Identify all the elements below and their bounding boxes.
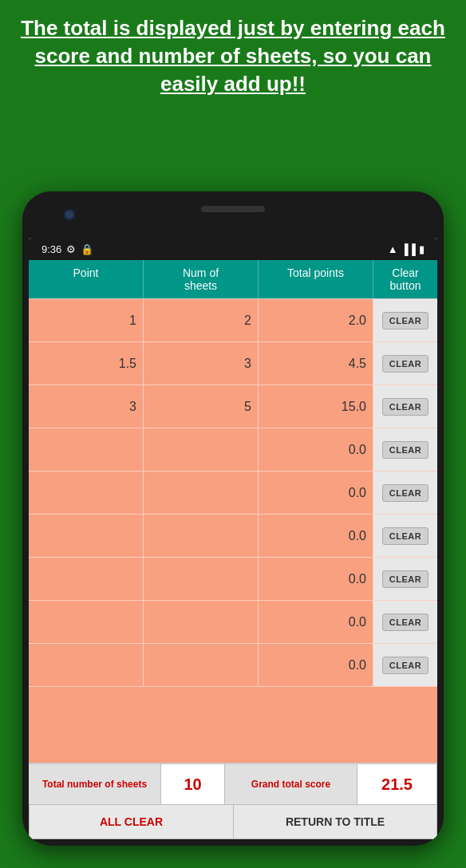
cell-total-6: 0.0 [259, 515, 373, 557]
battery-icon: ▮ [419, 243, 425, 255]
header-point: Point [29, 260, 144, 298]
table-row: 1.5 3 4.5 CLEAR [29, 342, 437, 385]
table-row: 0.0 CLEAR [29, 644, 437, 687]
cell-total-8: 0.0 [259, 601, 373, 643]
lock-icon: 🔒 [81, 243, 93, 255]
clear-button-9[interactable]: CLEAR [382, 657, 428, 674]
cell-point-8[interactable] [29, 601, 144, 643]
cell-clear-2[interactable]: CLEAR [373, 342, 437, 385]
wifi-icon: ▲ [388, 243, 398, 255]
cell-sheets-6[interactable] [144, 515, 259, 557]
time-display: 9:36 [41, 243, 61, 255]
clear-button-7[interactable]: CLEAR [382, 570, 428, 588]
phone-device: 9:36 ⚙ 🔒 ▲ ▐▐ ▮ Point Num ofsheets Total… [22, 191, 444, 846]
header-total-points: Total points [259, 260, 373, 298]
header-num-sheets: Num ofsheets [144, 260, 259, 298]
clear-button-8[interactable]: CLEAR [382, 614, 428, 631]
cell-clear-5[interactable]: CLEAR [373, 471, 437, 514]
status-bar: 9:36 ⚙ 🔒 ▲ ▐▐ ▮ [29, 238, 437, 260]
all-clear-button[interactable]: ALL CLEAR [29, 804, 233, 839]
table-row: 0.0 CLEAR [29, 601, 437, 644]
clear-button-4[interactable]: CLEAR [382, 441, 428, 459]
speaker [201, 206, 265, 212]
status-right: ▲ ▐▐ ▮ [388, 243, 425, 255]
total-sheets-value: 10 [161, 764, 225, 804]
page-header: The total is displayed just by entering … [0, 0, 466, 108]
clear-button-6[interactable]: CLEAR [382, 527, 428, 545]
cell-clear-4[interactable]: CLEAR [373, 428, 437, 471]
table-row: 0.0 CLEAR [29, 558, 437, 601]
bottom-buttons: ALL CLEAR RETURN TO TITLE [29, 804, 437, 839]
cell-point-6[interactable] [29, 515, 144, 557]
table-body: 1 2 2.0 CLEAR 1.5 3 4.5 CLEAR 3 5 15 [29, 299, 437, 763]
table-header: Point Num ofsheets Total points Clearbut… [29, 260, 437, 299]
grand-total-label: Grand total score [225, 764, 357, 804]
header-clear-button: Clearbutton [373, 260, 437, 298]
signal-icon: ▐▐ [401, 243, 416, 255]
table-row: 1 2 2.0 CLEAR [29, 299, 437, 342]
phone-screen: 9:36 ⚙ 🔒 ▲ ▐▐ ▮ Point Num ofsheets Total… [29, 238, 437, 839]
cell-total-2: 4.5 [259, 342, 373, 385]
cell-clear-3[interactable]: CLEAR [373, 385, 437, 428]
cell-total-5: 0.0 [259, 471, 373, 514]
cell-sheets-9[interactable] [144, 644, 259, 686]
cell-sheets-8[interactable] [144, 601, 259, 643]
cell-total-1: 2.0 [259, 299, 373, 341]
cell-point-7[interactable] [29, 558, 144, 600]
table-row: 0.0 CLEAR [29, 515, 437, 558]
table-row: 0.0 CLEAR [29, 428, 437, 471]
cell-sheets-2[interactable]: 3 [144, 342, 259, 385]
cell-clear-6[interactable]: CLEAR [373, 515, 437, 557]
table-row: 0.0 CLEAR [29, 471, 437, 515]
grand-total-value: 21.5 [357, 764, 437, 804]
cell-point-2[interactable]: 1.5 [29, 342, 144, 385]
cell-total-9: 0.0 [259, 644, 373, 686]
phone-notch [22, 191, 444, 238]
cell-total-4: 0.0 [259, 428, 373, 471]
cell-sheets-3[interactable]: 5 [144, 385, 259, 428]
cell-sheets-1[interactable]: 2 [144, 299, 259, 341]
cell-point-9[interactable] [29, 644, 144, 686]
cell-sheets-7[interactable] [144, 558, 259, 600]
cell-point-1[interactable]: 1 [29, 299, 144, 341]
camera [64, 209, 75, 220]
return-to-title-button[interactable]: RETURN TO TITLE [233, 804, 437, 839]
footer-summary: Total number of sheets 10 Grand total sc… [29, 763, 437, 804]
cell-sheets-5[interactable] [144, 471, 259, 514]
cell-point-3[interactable]: 3 [29, 385, 144, 428]
cell-clear-7[interactable]: CLEAR [373, 558, 437, 600]
settings-icon: ⚙ [66, 243, 76, 255]
clear-button-3[interactable]: CLEAR [382, 398, 428, 416]
cell-point-5[interactable] [29, 471, 144, 514]
cell-point-4[interactable] [29, 428, 144, 471]
cell-total-7: 0.0 [259, 558, 373, 600]
clear-button-5[interactable]: CLEAR [382, 484, 428, 502]
total-sheets-label: Total number of sheets [29, 764, 161, 804]
cell-clear-8[interactable]: CLEAR [373, 601, 437, 643]
cell-clear-9[interactable]: CLEAR [373, 644, 437, 686]
table-row: 3 5 15.0 CLEAR [29, 385, 437, 428]
clear-button-2[interactable]: CLEAR [382, 355, 428, 373]
cell-total-3: 15.0 [259, 385, 373, 428]
status-left: 9:36 ⚙ 🔒 [41, 243, 93, 255]
cell-clear-1[interactable]: CLEAR [373, 299, 437, 341]
clear-button-1[interactable]: CLEAR [382, 312, 428, 329]
cell-sheets-4[interactable] [144, 428, 259, 471]
